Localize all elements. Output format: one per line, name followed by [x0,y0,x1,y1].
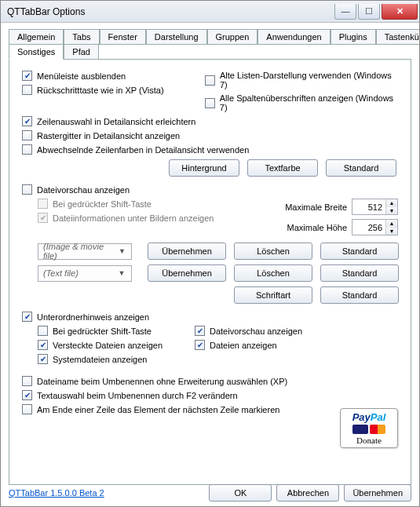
checkbox-wrap-selection[interactable] [22,404,32,414]
tab-tabs[interactable]: Tabs [64,29,99,45]
button-background-color[interactable]: Hintergrund [169,159,239,177]
label-sub-files: Dateien anzeigen [210,341,277,350]
label-sub-preview: Dateivorschau anzeigen [210,326,302,336]
mastercard-icon [370,425,385,434]
tab-tastenkürzel[interactable]: Tastenkürzel [376,29,420,45]
down-arrow-icon[interactable]: ▼ [386,207,397,215]
chevron-down-icon: ▼ [116,247,128,255]
label-menubar-hide: Menüleiste ausblenden [37,71,126,81]
button-default-image[interactable]: Standard [320,243,399,260]
checkbox-file-preview[interactable] [22,184,32,195]
checkbox-rename-noext[interactable] [22,376,32,386]
checkbox-sub-hidden[interactable] [38,340,48,350]
checkbox-rename-f2[interactable] [22,390,32,400]
checkbox-alt-rows[interactable] [22,144,32,155]
titlebar: QTTabBar Options — ☐ ✕ [1,1,419,23]
label-wrap-selection: Am Ende einer Zeile das Element der näch… [37,405,279,414]
label-subfolder-hint: Unterordnerhinweis anzeigen [37,312,149,322]
maximize-button[interactable]: ☐ [358,4,380,20]
label-backspace-xp: Rückschritttaste wie in XP (Vista) [37,86,164,95]
up-arrow-icon[interactable]: ▲ [386,220,397,228]
button-font[interactable]: Schriftart [234,286,312,304]
combo-image-movie[interactable]: (Image & movie file) ▼ [38,243,132,260]
input-max-height[interactable] [352,220,385,235]
combo-text-file[interactable]: (Text file) ▼ [38,265,132,282]
label-sub-hidden: Versteckte Dateien anzeigen [53,341,163,350]
button-text-color[interactable]: Textfarbe [247,159,318,177]
label-max-height: Maximale Höhe [281,223,352,232]
cancel-button[interactable]: Abbrechen [276,484,339,502]
spinner-max-width[interactable]: ▲▼ [352,199,398,215]
checkbox-preview-shift [38,199,48,209]
tab-sonstiges[interactable]: Sonstiges [9,44,64,60]
checkbox-info-under-images [38,213,48,223]
label-old-list: Alte Listen-Darstellung verwenden (Windo… [220,71,398,89]
tab-pfad[interactable]: Pfad [64,44,99,60]
spinner-max-height[interactable]: ▲▼ [352,219,398,235]
donate-label: Donate [343,436,395,445]
label-sub-system: Systemdateien anzeigen [53,355,147,364]
button-apply-image[interactable]: Übernehmen [148,243,226,260]
tab-anwendungen[interactable]: Anwendungen [257,29,330,45]
button-font-default[interactable]: Standard [320,286,399,304]
paypal-logo: PayPal [343,411,395,423]
button-apply-text[interactable]: Übernehmen [148,264,226,282]
button-delete-text[interactable]: Löschen [234,264,312,282]
tab-allgemein[interactable]: Allgemein [9,29,64,45]
visa-icon [352,425,368,434]
label-max-width: Maximale Breite [281,202,352,212]
down-arrow-icon[interactable]: ▼ [386,228,397,235]
up-arrow-icon[interactable]: ▲ [386,199,397,207]
close-button[interactable]: ✕ [382,4,418,20]
chevron-down-icon: ▼ [115,269,128,277]
tab-panel-sonstiges: Menüleiste ausblenden Rückschritttaste w… [9,59,411,485]
tab-plugins[interactable]: Plugins [331,29,376,45]
label-grid-detail: Rastergitter in Detailansicht anzeigen [37,131,180,140]
button-color-default[interactable]: Standard [326,159,396,177]
apply-button[interactable]: Übernehmen [344,484,411,502]
window-title: QTTabBar Options [7,6,334,17]
checkbox-sub-preview[interactable] [195,326,205,336]
label-alt-rows: Abwechselnde Zeilenfarben in Detailansic… [37,145,249,155]
tab-darstellung[interactable]: Darstellung [146,29,207,45]
checkbox-row-select[interactable] [22,116,32,126]
checkbox-all-columns[interactable] [205,98,215,108]
checkbox-sub-shift[interactable] [38,326,48,336]
label-rename-noext: Dateiname beim Umbenennen ohne Erweiteru… [37,377,287,386]
minimize-button[interactable]: — [334,4,356,20]
tab-fenster[interactable]: Fenster [100,29,146,45]
tab-gruppen[interactable]: Gruppen [207,29,258,45]
ok-button[interactable]: OK [209,484,272,502]
button-default-text[interactable]: Standard [320,264,399,282]
label-row-select: Zeilenauswahl in Detailansicht erleichte… [37,117,195,126]
checkbox-subfolder-hint[interactable] [22,312,32,322]
button-delete-image[interactable]: Löschen [234,243,312,260]
version-link[interactable]: QTTabBar 1.5.0.0 Beta 2 [9,488,204,498]
input-max-width[interactable] [352,199,385,214]
checkbox-sub-files[interactable] [195,340,205,350]
label-info-under-images: Dateiinformationen unter Bildern anzeige… [53,213,214,223]
label-file-preview: Dateivorschau anzeigen [37,185,130,195]
label-all-columns: Alle Spaltenüberschriften anzeigen (Wind… [220,93,398,112]
checkbox-grid-detail[interactable] [22,130,32,140]
donate-box[interactable]: PayPal Donate [340,408,398,448]
label-sub-shift: Bei gedrückter Shift-Taste [53,326,152,336]
label-preview-shift: Bei gedrückter Shift-Taste [53,199,152,209]
checkbox-menubar-hide[interactable] [22,71,32,81]
checkbox-sub-system[interactable] [38,354,48,364]
checkbox-backspace-xp[interactable] [22,85,32,95]
label-rename-f2: Textauswahl beim Umbenennen durch F2 ver… [37,391,238,400]
checkbox-old-list[interactable] [205,75,215,86]
